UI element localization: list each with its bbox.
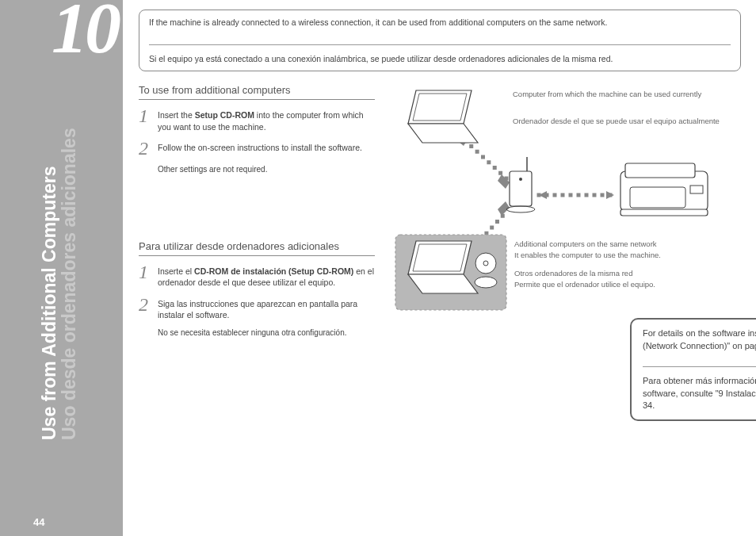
step-number: 2: [139, 140, 151, 158]
svg-rect-26: [690, 186, 703, 193]
main-content: If the machine is already connected to a…: [139, 10, 741, 364]
svg-marker-6: [498, 201, 510, 216]
note-en: Other settings are not required.: [158, 165, 375, 174]
laptop-current-icon: [408, 90, 478, 143]
divider: [149, 44, 731, 45]
step-number: 1: [139, 264, 151, 288]
step-number: 2: [139, 297, 151, 320]
step-number: 1: [139, 108, 151, 132]
svg-point-22: [483, 261, 488, 266]
caption-additional-en: Additional computers on the same network…: [514, 239, 725, 260]
footer-en: For details on the software installation…: [643, 327, 756, 352]
intro-es: Si el equipo ya está conectado a una con…: [149, 53, 731, 65]
heading-en: To use from additional computers: [139, 84, 375, 100]
svg-rect-10: [510, 171, 532, 206]
printer-icon: [620, 163, 708, 216]
title-es: Uso desde ordenadores adicionales: [59, 128, 79, 441]
chapter-number: 10: [52, 0, 118, 70]
svg-rect-25: [630, 187, 685, 208]
step-body: Inserte el CD-ROM de instalación (Setup …: [158, 264, 375, 288]
footer-reference-box: For details on the software installation…: [630, 318, 756, 421]
step-es-1: 1 Inserte el CD-ROM de instalación (Setu…: [139, 264, 375, 288]
caption-current-es: Ordenador desde el que se puede usar el …: [513, 116, 727, 126]
step-en-1: 1 Insert the Setup CD-ROM into the compu…: [139, 108, 375, 132]
sidebar: 10 Use from Additional Computers Uso des…: [0, 0, 123, 536]
step-en-2: 2 Follow the on-screen instructions to i…: [139, 140, 375, 158]
diagram-column: Computer from which the machine can be u…: [384, 84, 733, 364]
step-body: Follow the on-screen instructions to ins…: [158, 140, 375, 158]
intro-box: If the machine is already connected to a…: [139, 10, 741, 71]
svg-point-12: [519, 178, 522, 181]
svg-marker-19: [413, 244, 467, 271]
svg-point-13: [506, 206, 535, 212]
note-es: No se necesita establecer ninguna otra c…: [158, 328, 375, 337]
caption-current-en: Computer from which the machine can be u…: [513, 89, 727, 99]
step-es-2: 2 Siga las instrucciones que aparezcan e…: [139, 297, 375, 320]
page-number: 44: [33, 516, 44, 528]
title-en: Use from Additional Computers: [40, 128, 59, 441]
step-body: Siga las instrucciones que aparezcan en …: [158, 297, 375, 320]
svg-marker-7: [539, 191, 547, 199]
content-row: To use from additional computers 1 Inser…: [139, 84, 741, 364]
intro-en: If the machine is already connected to a…: [149, 17, 731, 29]
instructions-column: To use from additional computers 1 Inser…: [139, 84, 375, 364]
vertical-titles: Use from Additional Computers Uso desde …: [40, 128, 80, 441]
svg-marker-8: [606, 191, 614, 199]
svg-rect-24: [625, 163, 695, 178]
caption-additional-es: Otros ordenadores de la misma red Permit…: [514, 268, 725, 289]
svg-point-20: [475, 277, 497, 288]
network-diagram: Computer from which the machine can be u…: [384, 84, 733, 322]
footer-es: Para obtener más información sobre el pr…: [643, 375, 756, 412]
svg-rect-27: [620, 209, 708, 216]
step-body: Insert the Setup CD-ROM into the compute…: [158, 108, 375, 132]
heading-es: Para utilizar desde ordenadores adiciona…: [139, 240, 375, 256]
svg-marker-16: [413, 94, 467, 121]
svg-marker-15: [408, 124, 478, 143]
router-icon: [506, 157, 535, 212]
divider: [643, 366, 756, 367]
